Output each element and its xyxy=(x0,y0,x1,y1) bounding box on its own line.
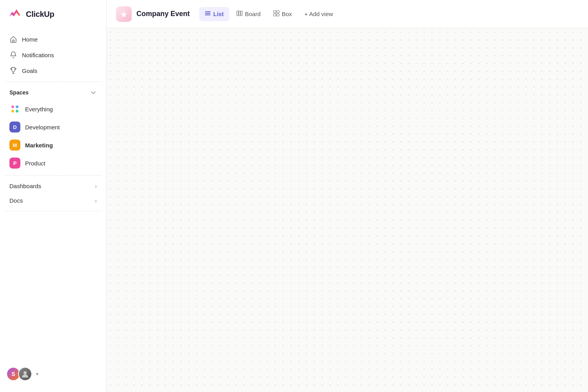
sidebar-item-development-label: Development xyxy=(25,124,60,131)
svg-rect-7 xyxy=(241,11,242,16)
add-view-button[interactable]: + Add view xyxy=(299,7,339,20)
avatar-secondary xyxy=(18,367,32,381)
sidebar-item-goals-label: Goals xyxy=(22,67,37,74)
sidebar: ClickUp Home Notifications xyxy=(0,0,107,392)
development-badge: D xyxy=(9,122,20,132)
svg-rect-11 xyxy=(277,14,279,16)
spaces-title: Spaces xyxy=(9,89,29,96)
bell-icon xyxy=(9,51,17,59)
sidebar-item-product[interactable]: P Product xyxy=(5,154,102,172)
sidebar-item-dashboards-label: Dashboards xyxy=(9,183,41,189)
sidebar-item-marketing-label: Marketing xyxy=(25,142,53,149)
marketing-badge: M xyxy=(9,140,20,151)
sidebar-item-docs-label: Docs xyxy=(9,197,23,204)
topbar: Company Event List xyxy=(107,0,588,28)
sidebar-item-dashboards[interactable]: Dashboards › xyxy=(5,179,102,193)
logo-text: ClickUp xyxy=(26,10,54,19)
sidebar-item-development[interactable]: D Development xyxy=(5,118,102,136)
svg-rect-9 xyxy=(277,11,279,13)
spaces-divider xyxy=(5,82,102,82)
docs-chevron-icon: › xyxy=(95,198,97,204)
svg-rect-4 xyxy=(205,15,211,15)
dashboards-divider xyxy=(5,175,102,176)
svg-rect-3 xyxy=(205,13,211,14)
sidebar-item-everything[interactable]: Everything xyxy=(5,100,102,118)
tab-box-label: Box xyxy=(282,11,292,17)
main-content: Company Event List xyxy=(107,0,588,392)
svg-rect-5 xyxy=(237,11,238,16)
user-area[interactable]: S ▾ xyxy=(0,362,106,386)
tab-list[interactable]: List xyxy=(199,7,229,21)
svg-rect-2 xyxy=(205,11,211,12)
box-tab-icon xyxy=(273,10,279,18)
bottom-divider xyxy=(5,211,102,211)
sidebar-item-everything-label: Everything xyxy=(25,106,53,113)
sidebar-item-home[interactable]: Home xyxy=(5,31,102,47)
sidebar-item-notifications[interactable]: Notifications xyxy=(5,47,102,63)
sidebar-item-docs[interactable]: Docs › xyxy=(5,193,102,208)
sidebar-item-marketing[interactable]: M Marketing xyxy=(5,136,102,154)
avatar-group: S xyxy=(6,367,32,381)
svg-rect-6 xyxy=(239,11,240,16)
view-tabs: List Board xyxy=(199,7,339,21)
trophy-icon xyxy=(9,67,17,74)
add-view-label: + Add view xyxy=(305,11,333,17)
list-tab-icon xyxy=(205,10,211,18)
sidebar-item-notifications-label: Notifications xyxy=(22,52,54,58)
sidebar-item-home-label: Home xyxy=(22,36,38,43)
spaces-header[interactable]: Spaces xyxy=(5,85,102,100)
home-icon xyxy=(9,35,17,43)
sidebar-item-goals[interactable]: Goals xyxy=(5,63,102,78)
user-chevron-icon: ▾ xyxy=(36,371,38,377)
content-area xyxy=(107,28,588,392)
svg-rect-8 xyxy=(274,11,276,13)
tab-box[interactable]: Box xyxy=(268,7,298,21)
tab-board-label: Board xyxy=(245,11,261,17)
board-tab-icon xyxy=(236,10,243,18)
workspace-icon xyxy=(116,6,132,22)
workspace-title: Company Event xyxy=(136,10,190,18)
product-badge: P xyxy=(9,158,20,169)
tab-board[interactable]: Board xyxy=(231,7,266,21)
everything-dots-icon xyxy=(9,103,20,114)
spaces-chevron-icon xyxy=(90,89,97,96)
dashboards-chevron-icon: › xyxy=(95,183,97,189)
sidebar-navigation: Home Notifications Goals xyxy=(0,28,106,362)
clickup-logo-icon xyxy=(8,7,22,21)
tab-list-label: List xyxy=(213,11,224,17)
svg-point-0 xyxy=(24,371,27,374)
sidebar-item-product-label: Product xyxy=(25,160,45,167)
logo-area: ClickUp xyxy=(0,0,106,28)
svg-rect-10 xyxy=(274,14,276,16)
